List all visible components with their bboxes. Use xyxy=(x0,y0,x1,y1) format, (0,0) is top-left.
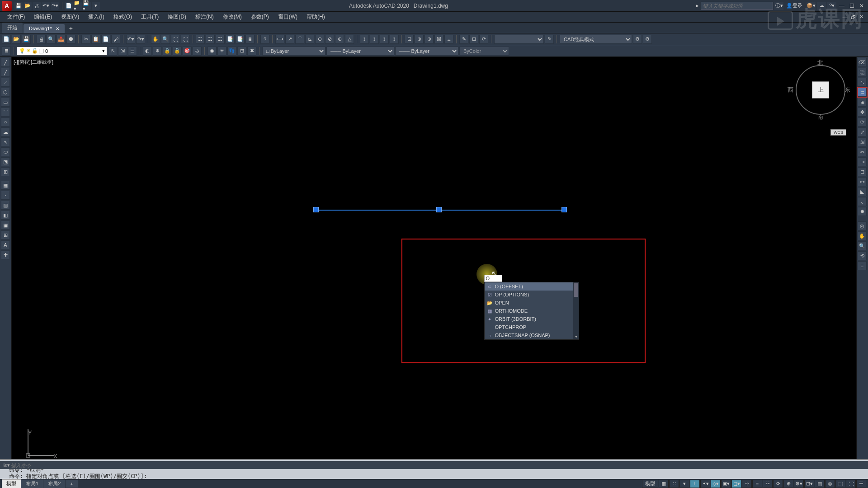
mdi-close-icon[interactable]: ✕ xyxy=(857,14,865,20)
navbar-orbit-icon[interactable]: ⟲ xyxy=(858,251,867,260)
region-icon[interactable]: ▣ xyxy=(1,221,10,230)
sb-transparency-icon[interactable]: ☷ xyxy=(763,480,773,488)
dimupdate-icon[interactable]: ⟳ xyxy=(479,35,488,44)
drawing-canvas[interactable]: [-][俯视][二维线框] 上 北 南 西 东 WCS ↖ ⊂O (OFFSET… xyxy=(12,57,868,459)
insert-icon[interactable]: ⊞ xyxy=(1,167,10,176)
workspace-gear-icon[interactable]: ⚙ xyxy=(633,35,642,44)
undo-icon[interactable]: ↶▾ xyxy=(126,35,135,44)
layer-lock-icon[interactable]: 🔒 xyxy=(163,47,172,56)
app-logo[interactable]: A xyxy=(2,1,12,11)
viewport-label[interactable]: [-][俯视][二维线框] xyxy=(14,59,53,66)
tolerance-icon[interactable]: ⊕ xyxy=(415,35,424,44)
hatch-icon[interactable]: ▨ xyxy=(1,201,10,210)
save-icon[interactable]: 💾 xyxy=(22,35,31,44)
zoom-realtime-icon[interactable]: 🔍 xyxy=(161,35,170,44)
arc-icon[interactable]: ⌒ xyxy=(1,108,10,117)
sb-osnap-icon[interactable]: ▣▾ xyxy=(721,480,731,488)
ac-item-osnap[interactable]: ∩OBJECTSNAP (OSNAP) xyxy=(485,331,579,339)
navbar-zoom-icon[interactable]: 🔍 xyxy=(858,241,867,250)
color-select[interactable]: □ ByLayer xyxy=(262,47,326,56)
menu-format[interactable]: 格式(O) xyxy=(109,12,137,22)
table-icon[interactable]: ⊞ xyxy=(1,230,10,239)
erase-icon[interactable]: ⌫ xyxy=(858,58,867,67)
stretch-icon[interactable]: ⇲ xyxy=(858,137,867,146)
mdi-restore-icon[interactable]: 🗗 xyxy=(849,14,857,20)
scroll-down-icon[interactable]: ▼ xyxy=(573,335,579,339)
menu-edit[interactable]: 编辑(E) xyxy=(29,12,57,22)
layer-thaw-icon[interactable]: ☀ xyxy=(217,47,226,56)
dim-ordinate-icon[interactable]: ⊾ xyxy=(305,35,314,44)
lineweight-select[interactable]: ─── ByLayer xyxy=(395,47,458,56)
sb-isolate-icon[interactable]: ◎ xyxy=(825,480,835,488)
dim-diameter-icon[interactable]: ⊕ xyxy=(335,35,344,44)
menu-window[interactable]: 窗口(W) xyxy=(274,12,302,22)
help-icon-2[interactable]: ? xyxy=(260,35,269,44)
scale-icon[interactable]: ⤢ xyxy=(858,127,867,136)
quickcalc-icon[interactable]: 🖩 xyxy=(245,35,255,44)
layout-add-button[interactable]: + xyxy=(66,480,77,488)
dim-break-icon[interactable]: ⊡ xyxy=(405,35,414,44)
viewcube[interactable]: 上 北 南 西 东 xyxy=(791,61,850,119)
pan-icon[interactable]: ✋ xyxy=(151,35,160,44)
sheetset-icon[interactable]: 📑 xyxy=(226,35,235,44)
search-input[interactable] xyxy=(701,2,773,10)
break-icon[interactable]: ⊟ xyxy=(858,167,867,176)
dim-linear-icon[interactable]: ⟷ xyxy=(275,35,284,44)
dynamic-input[interactable]: ⊂O (OFFSET) ☑OP (OPTIONS) 📂OPEN ▦ORTHOMO… xyxy=(484,275,502,282)
line-icon[interactable]: ╱ xyxy=(1,58,10,67)
layer-unlock-icon[interactable]: 🔓 xyxy=(173,47,182,56)
grip-start[interactable] xyxy=(313,207,319,212)
dim-quick-icon[interactable]: ⟟ xyxy=(360,35,369,44)
rectangle-icon[interactable]: ▭ xyxy=(1,98,10,107)
circle-icon[interactable]: ○ xyxy=(1,117,10,127)
scroll-thumb[interactable] xyxy=(574,283,578,297)
menu-help[interactable]: 帮助(H) xyxy=(302,12,330,22)
join-icon[interactable]: ⊶ xyxy=(858,177,867,186)
appstore-icon[interactable]: 📦▾ xyxy=(807,2,816,10)
layer-iso-icon[interactable]: ☰ xyxy=(128,47,137,56)
layer-on-icon[interactable]: ◉ xyxy=(208,47,217,56)
workspace-settings-icon[interactable]: ⚙ xyxy=(643,35,652,44)
chamfer-icon[interactable]: ◣ xyxy=(858,187,867,196)
layer-current-icon[interactable]: ⯐ xyxy=(193,47,202,56)
mtext-icon[interactable]: A xyxy=(1,240,10,249)
dimstyle-icon[interactable]: ✎ xyxy=(545,35,554,44)
dim-angular-icon[interactable]: △ xyxy=(345,35,354,44)
qat-saveall-icon[interactable]: 💾▾ xyxy=(83,2,91,10)
open-icon[interactable]: 📂 xyxy=(12,35,21,44)
qat-open-icon[interactable]: 📂 xyxy=(24,2,32,10)
navbar-pan-icon[interactable]: ✋ xyxy=(858,231,867,240)
layer-freeze-icon[interactable]: ❄ xyxy=(153,47,162,56)
ac-item-orthomode[interactable]: ▦ORTHOMODE xyxy=(485,307,579,315)
help-icon[interactable]: ?▾ xyxy=(827,2,836,10)
layer-walk-icon[interactable]: 👣 xyxy=(227,47,236,56)
qat-redo-icon[interactable]: ↷▾ xyxy=(51,2,59,10)
qat-save-icon[interactable]: 💾 xyxy=(14,2,23,10)
navbar-showhide-icon[interactable]: ≡ xyxy=(858,261,867,270)
explode-icon[interactable]: ✸ xyxy=(858,207,867,216)
qat-new-icon[interactable]: 📄 xyxy=(65,2,73,10)
sb-cleanscreen-icon[interactable]: ⛶ xyxy=(846,480,856,488)
navbar-wheel-icon[interactable]: ◎ xyxy=(858,221,867,230)
sb-annomonitor-icon[interactable]: ⊕ xyxy=(783,480,793,488)
point-icon[interactable]: · xyxy=(1,191,10,200)
ac-item-optchprop[interactable]: OPTCHPROP xyxy=(485,323,579,331)
sb-polar-icon[interactable]: ✶▾ xyxy=(700,480,710,488)
pline-icon[interactable]: ⟋ xyxy=(1,78,10,87)
dim-space-icon[interactable]: ⟟ xyxy=(390,35,399,44)
close-icon[interactable]: ✕ xyxy=(857,2,866,10)
sb-gear-icon[interactable]: ⚙▾ xyxy=(794,480,804,488)
tab-close-icon[interactable]: ✕ xyxy=(56,26,59,31)
zoom-window-icon[interactable]: ⛶ xyxy=(171,35,180,44)
properties-icon[interactable]: ☷ xyxy=(196,35,205,44)
menu-parametric[interactable]: 参数(P) xyxy=(246,12,274,22)
menu-file[interactable]: 文件(F) xyxy=(3,12,29,22)
ac-item-orbit[interactable]: ✦ORBIT (3DORBIT) xyxy=(485,315,579,323)
sb-isodraft-icon[interactable]: ◇▾ xyxy=(711,480,721,488)
new-icon[interactable]: 📄 xyxy=(2,35,11,44)
ellipsearc-icon[interactable]: ⬔ xyxy=(1,157,10,166)
menu-insert[interactable]: 插入(I) xyxy=(84,12,108,22)
modeltab[interactable]: 模型 xyxy=(2,479,21,488)
menu-tools[interactable]: 工具(T) xyxy=(137,12,163,22)
cmd-chevron-icon[interactable]: ⊵▾ xyxy=(2,462,11,468)
